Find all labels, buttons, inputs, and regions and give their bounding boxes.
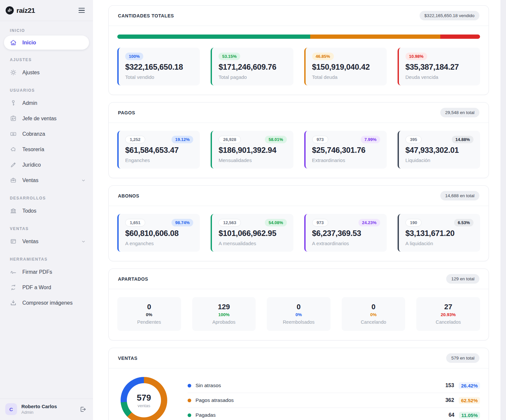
- sidebar-item-tesoreria[interactable]: Tesorería: [0, 142, 93, 157]
- sidebar-item-ventas-usuarios[interactable]: Ventas: [0, 173, 93, 188]
- section-ventas: VENTAS 579 en total 579 ventas Sin atras…: [108, 348, 489, 420]
- mini-count: 129: [195, 303, 253, 311]
- stat-amount: $60,810,606.08: [125, 229, 193, 238]
- sidebar-item-label: Inicio: [22, 40, 36, 46]
- stat-card-a-mensualidades: 12,563 54.08% $101,066,962.95 A mensuali…: [211, 214, 293, 252]
- sidebar-item-label: PDF a Word: [22, 285, 51, 291]
- mini-card-cancelados: 27 20.93% Cancelados: [416, 297, 480, 331]
- mini-label: Cancelados: [419, 319, 477, 325]
- download-icon: [10, 299, 17, 306]
- stat-amount: $171,246,609.76: [218, 62, 287, 72]
- sidebar-item-jefe-de-ventas[interactable]: Jefe de ventas: [0, 111, 93, 126]
- convert-icon: [10, 284, 17, 291]
- mini-count: 0: [269, 303, 328, 311]
- count-pill: 26,928: [218, 136, 241, 143]
- sidebar-item-label: Todos: [22, 208, 36, 214]
- pct-badge: 24.23%: [358, 219, 380, 226]
- count-pill: 1,651: [125, 219, 145, 226]
- mini-card-pendientes: 0 0% Pendientes: [117, 297, 181, 331]
- stat-label: Total pagado: [218, 74, 287, 80]
- stat-card-a-enganches: 1,651 98.74% $60,810,606.08 A enganches: [117, 214, 200, 252]
- stat-label: A liquidación: [405, 241, 473, 246]
- progress-segment: [117, 35, 310, 39]
- key-icon: [10, 100, 17, 106]
- stat-card-liquidacion: 395 14.88% $47,933,302.01 Liquidación: [398, 131, 480, 169]
- logout-icon[interactable]: [80, 406, 86, 413]
- stat-amount: $3,131,671.20: [405, 229, 473, 238]
- legend-pct: 26.42%: [459, 382, 480, 389]
- mini-label: Cancelando: [344, 319, 403, 325]
- pct-badge: 46.85%: [312, 53, 334, 60]
- sidebar-item-label: Jefe de ventas: [22, 116, 57, 122]
- nav-section-inicio: INICIO: [10, 28, 93, 33]
- section-title: PAGOS: [118, 110, 135, 115]
- signature-icon: [10, 268, 17, 275]
- mini-label: Reembolsados: [269, 319, 328, 325]
- pct-badge: 58.01%: [265, 136, 287, 143]
- mini-count: 0: [120, 303, 178, 311]
- bank-icon: [10, 207, 17, 214]
- count-pill: 190: [405, 219, 422, 226]
- nav-section-ventas: VENTAS: [10, 226, 93, 231]
- stat-card-deuda-vencida: 10.98% $35,387,184.27 Deuda vencida: [398, 48, 480, 85]
- mini-pct: 100%: [195, 312, 253, 317]
- logo-text: raíz21: [16, 7, 35, 14]
- mini-label: Aprobados: [195, 319, 253, 325]
- pct-badge: 7.99%: [361, 136, 380, 143]
- legend-label: Pagadas: [196, 412, 216, 418]
- legend-dot-blue: [188, 384, 191, 387]
- sidebar-item-admin[interactable]: Admin: [0, 95, 93, 111]
- stat-label: Deuda vencida: [405, 74, 473, 80]
- sidebar-header: raíz21: [0, 0, 93, 21]
- cash-icon: [10, 130, 17, 137]
- sidebar-item-todos[interactable]: Todos: [0, 203, 93, 219]
- stat-card-a-extraordinarios: 973 24.23% $6,237,369.53 A extraordinari…: [304, 214, 387, 252]
- sidebar-item-pdf-a-word[interactable]: PDF a Word: [0, 280, 93, 295]
- stat-card-a-liquidacion: 190 6.53% $3,131,671.20 A liquidación: [398, 214, 480, 252]
- donut-total: 579: [137, 393, 151, 403]
- nav-section-desarrollos: DESARROLLOS: [10, 196, 93, 200]
- sidebar-item-firmar-pdfs[interactable]: Firmar PDFs: [0, 264, 93, 280]
- count-pill: 12,563: [218, 219, 241, 226]
- sidebar-item-ajustes[interactable]: Ajustes: [0, 65, 93, 80]
- stat-label: A enganches: [125, 241, 193, 246]
- stat-card-total-vendido: 100% $322,165,650.18 Total vendido: [117, 48, 200, 85]
- legend-pct: 11.05%: [459, 412, 480, 419]
- legend-dot-orange: [188, 399, 191, 402]
- sidebar-item-cobranza[interactable]: Cobranza: [0, 126, 93, 142]
- count-pill: 973: [312, 136, 329, 143]
- donut-unit: ventas: [138, 403, 150, 408]
- totals-progress-bar: [117, 35, 480, 39]
- sidebar-item-label: Compresor imágenes: [22, 300, 73, 306]
- sidebar-item-label: Admin: [22, 100, 37, 106]
- scrollbar-track[interactable]: [500, 0, 506, 420]
- id-card-icon: [10, 115, 17, 122]
- sidebar-item-inicio[interactable]: Inicio: [4, 35, 89, 50]
- sidebar-item-label: Jurídico: [22, 162, 41, 168]
- mini-pct: 20.93%: [419, 312, 477, 317]
- section-title: VENTAS: [118, 356, 137, 361]
- stat-amount: $150,919,040.42: [312, 62, 380, 72]
- briefcase-icon: [10, 177, 17, 184]
- sidebar-item-label: Cobranza: [22, 131, 45, 137]
- sidebar-item-compresor-imagenes[interactable]: Compresor imágenes: [0, 295, 93, 311]
- pct-badge: 10.98%: [405, 53, 427, 60]
- donut-center: 579 ventas: [127, 383, 161, 417]
- section-title: APARTADOS: [118, 276, 148, 282]
- sidebar-item-label: Ventas: [22, 177, 38, 183]
- user-panel[interactable]: C Roberto Carlos Admin: [0, 399, 93, 420]
- sidebar-item-ventas[interactable]: Ventas: [0, 234, 93, 249]
- piggy-bank-icon: [10, 146, 17, 153]
- stat-amount: $101,066,962.95: [218, 229, 287, 238]
- pct-badge: 14.88%: [452, 136, 473, 143]
- menu-toggle-button[interactable]: [79, 7, 87, 14]
- sidebar-item-label: Tesorería: [22, 147, 44, 152]
- sidebar-item-juridico[interactable]: Jurídico: [0, 157, 93, 173]
- stat-label: Mensualidades: [218, 157, 287, 163]
- count-pill: 1,252: [125, 136, 145, 143]
- stat-label: Total vendido: [125, 74, 193, 80]
- chevron-down-icon: [81, 178, 86, 183]
- legend-row-pagos-atrasados: Pagos atrasados 362 62.52%: [188, 393, 480, 408]
- mini-card-cancelando: 0 0% Cancelando: [342, 297, 405, 331]
- section-title: CANTIDADES TOTALES: [118, 13, 174, 18]
